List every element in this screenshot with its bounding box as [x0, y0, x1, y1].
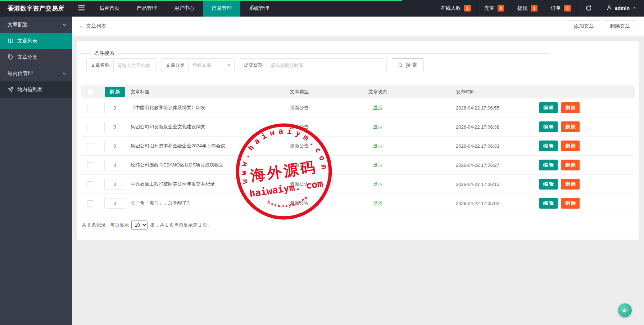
edit-button[interactable]: 编辑	[539, 179, 558, 190]
breadcrumb-bar: » 文章列表 添加文章 删除文章	[72, 17, 644, 36]
table-row: 集团公司召开资本和金融企业2024年工作会议 最新公告 显示 2026-04-2…	[81, 137, 635, 156]
article-name-input[interactable]	[114, 59, 156, 72]
row-checkbox[interactable]	[87, 162, 93, 168]
search-button-label: 搜索	[406, 62, 418, 68]
stat-orders[interactable]: 订单 0	[544, 0, 577, 17]
status-link[interactable]: 显示	[373, 200, 382, 206]
delete-button[interactable]: 删除	[561, 160, 580, 170]
send-icon	[8, 86, 14, 93]
stat-online-users[interactable]: 在线人数 1	[434, 0, 477, 17]
sidebar-item-article-list[interactable]: 文章列表	[0, 33, 72, 49]
table-row: 长三角「黑马」，总算醒了? 最新公告 显示 2026-04-22 17:05:0…	[81, 194, 635, 213]
article-type: 最新公告	[259, 104, 340, 111]
stat-badge: 0	[498, 5, 504, 12]
row-checkbox[interactable]	[87, 200, 93, 206]
sidebar-group-label: 站内信管理	[8, 70, 33, 77]
stat-badge: 1	[464, 5, 471, 12]
sidebar: 文章配置 文章列表 文章分类 站内信管理 站内信列表	[0, 17, 72, 325]
menu-toggle-button[interactable]	[72, 0, 91, 17]
username: admin	[615, 5, 630, 11]
sort-input[interactable]	[104, 160, 125, 170]
topnav-item-users[interactable]: 用户中心	[165, 0, 203, 17]
topnav-item-products[interactable]: 产品管理	[128, 0, 165, 17]
stat-label: 在线人数	[441, 5, 461, 12]
row-checkbox[interactable]	[87, 124, 93, 130]
delete-button[interactable]: 删除	[561, 141, 580, 151]
sort-input[interactable]	[104, 198, 125, 209]
header-time: 发布时间	[416, 89, 527, 95]
stat-label: 充值	[484, 5, 494, 12]
publish-time: 2026-04-22 17:06:33	[416, 143, 527, 149]
article-list-card: 条件搜索 文章名称 文章分类 全部文章 提交日期	[77, 41, 639, 240]
delete-button[interactable]: 删除	[561, 198, 580, 209]
edit-button[interactable]: 编辑	[539, 198, 558, 209]
page-size-select[interactable]: 10	[131, 221, 148, 230]
table-row: 集团公司印发新版企业文化建设纲要 最新公告 显示 2026-04-22 17:0…	[81, 117, 635, 137]
article-name-group: 文章名称	[86, 58, 157, 72]
tag-icon	[8, 54, 14, 60]
article-title: 长三角「黑马」，总算醒了?	[131, 200, 259, 206]
sidebar-group-site-mail[interactable]: 站内信管理	[0, 65, 72, 81]
submit-date-group: 提交日期	[240, 58, 387, 72]
submit-date-input[interactable]	[267, 59, 386, 72]
search-icon	[398, 63, 403, 68]
refresh-button[interactable]	[577, 0, 599, 17]
article-name-label: 文章名称	[87, 59, 114, 72]
sidebar-item-article-category[interactable]: 文章分类	[0, 49, 72, 65]
table-row: 中原石油工程打破阿美公司年度交井纪录 最新公告 显示 2026-04-22 17…	[81, 175, 635, 194]
topnav-item-system[interactable]: 系统管理	[240, 0, 278, 17]
page-actions: 添加文章 删除文章	[568, 21, 636, 32]
pagination-prefix: 共 6 条记录，每页显示	[82, 222, 129, 228]
sort-input[interactable]	[104, 141, 125, 151]
status-link[interactable]: 显示	[373, 181, 382, 187]
stat-deposits[interactable]: 充值 0	[477, 0, 511, 17]
chevron-down-icon	[62, 22, 67, 27]
add-article-button[interactable]: 添加文章	[568, 21, 600, 32]
article-title: 集团公司召开资本和金融企业2024年工作会议	[131, 143, 259, 149]
delete-article-button[interactable]: 删除文章	[604, 21, 636, 32]
search-panel: 条件搜索 文章名称 文章分类 全部文章 提交日期	[81, 50, 550, 76]
publish-time: 2026-04-22 17:06:55	[416, 105, 527, 111]
search-button[interactable]: 搜索	[392, 58, 423, 72]
sound-toggle-button[interactable]	[618, 303, 632, 317]
edit-button[interactable]: 编辑	[539, 102, 558, 113]
status-link[interactable]: 显示	[373, 124, 382, 129]
hamburger-icon	[78, 5, 85, 12]
speaker-icon	[620, 306, 629, 315]
delete-button[interactable]: 删除	[561, 102, 580, 113]
status-link[interactable]: 显示	[373, 105, 382, 110]
sidebar-group-article-config[interactable]: 文章配置	[0, 17, 72, 33]
sidebar-item-label: 站内信列表	[17, 86, 42, 93]
selected-category: 全部文章	[192, 62, 211, 68]
sort-input[interactable]	[104, 103, 125, 113]
sidebar-item-site-mail-list[interactable]: 站内信列表	[0, 81, 72, 98]
article-category-select[interactable]: 全部文章	[189, 59, 234, 72]
row-checkbox[interactable]	[87, 181, 93, 187]
publish-time: 2026-04-22 17:06:15	[416, 182, 527, 187]
edit-button[interactable]: 编辑	[539, 160, 558, 170]
topnav-item-information[interactable]: 信息管理	[203, 0, 240, 17]
select-all-checkbox[interactable]	[87, 89, 93, 95]
status-link[interactable]: 显示	[373, 162, 382, 168]
delete-button[interactable]: 删除	[561, 179, 580, 190]
header-type: 文章类型	[259, 89, 340, 95]
edit-button[interactable]: 编辑	[539, 141, 558, 151]
row-checkbox[interactable]	[87, 143, 93, 149]
sort-input[interactable]	[104, 179, 125, 190]
status-link[interactable]: 显示	[373, 143, 382, 148]
row-checkbox[interactable]	[87, 105, 93, 111]
article-title: 中原石油工程打破阿美公司年度交井纪录	[131, 181, 259, 187]
article-type: 最新公告	[259, 143, 340, 149]
user-menu[interactable]: admin	[599, 0, 644, 17]
search-legend: 条件搜索	[91, 50, 118, 57]
refresh-table-button[interactable]: 刷新	[105, 87, 125, 97]
delete-button[interactable]: 删除	[561, 121, 580, 132]
edit-button[interactable]: 编辑	[539, 121, 558, 132]
topnav-item-dashboard[interactable]: 后台首页	[91, 0, 128, 17]
sort-input[interactable]	[104, 122, 125, 132]
stat-withdrawals[interactable]: 提现 1	[511, 0, 544, 17]
app-logo: 香港数字资产交易所	[0, 0, 72, 17]
page-title: 文章列表	[86, 23, 106, 30]
pagination: 共 6 条记录，每页显示 10 条，共 1 页当前显示第 1 页。	[82, 221, 212, 230]
article-type: 最新公告	[259, 200, 340, 206]
